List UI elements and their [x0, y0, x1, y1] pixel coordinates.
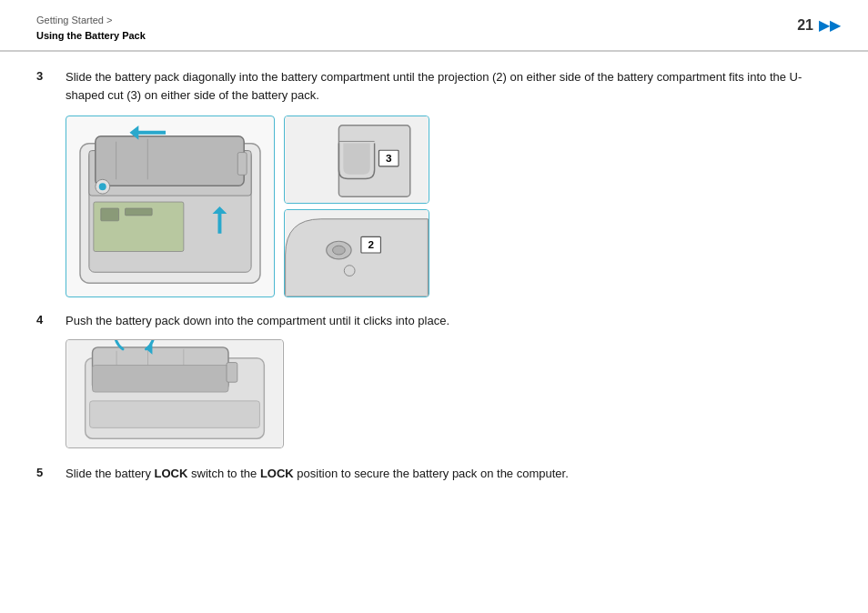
diagram-4 [66, 339, 284, 448]
step-4-number: 4 [36, 312, 51, 327]
step-3-body: Slide the battery pack diagonally into t… [66, 68, 832, 297]
page-header: Getting Started > Using the Battery Pack… [0, 0, 868, 52]
diagram-3-bottom: 2 [284, 209, 429, 297]
svg-text:3: 3 [386, 152, 392, 164]
step-4-text: Push the battery pack down into the comp… [66, 312, 832, 330]
step-3-text: Slide the battery pack diagonally into t… [66, 68, 832, 105]
step-5-text-before: Slide the battery [66, 467, 155, 480]
svg-rect-8 [126, 208, 153, 216]
diagram-3-right: 3 [284, 116, 429, 297]
step-5-bold2: LOCK [260, 467, 294, 480]
page-arrow-icon: ▶▶ [819, 16, 841, 34]
svg-rect-13 [237, 153, 247, 176]
diagram-3-top-svg: 3 [285, 116, 429, 203]
svg-rect-33 [227, 363, 237, 383]
svg-point-20 [333, 246, 346, 255]
step-5: 5 Slide the battery LOCK switch to the L… [36, 465, 832, 483]
step-5-text-after: position to secure the battery pack on t… [294, 467, 569, 480]
breadcrumb-current: Using the Battery Pack [36, 28, 146, 44]
svg-rect-30 [93, 366, 228, 393]
svg-rect-31 [90, 401, 260, 428]
main-content: 3 Slide the battery pack diagonally into… [0, 52, 868, 507]
svg-rect-3 [96, 136, 244, 186]
diagram-4-svg [66, 340, 283, 447]
page-number: 21 [797, 17, 813, 34]
step-5-bold1: LOCK [155, 467, 188, 480]
diagram-3-bottom-svg: 2 [285, 210, 429, 296]
step-3-number: 3 [36, 68, 51, 83]
step-5-text: Slide the battery LOCK switch to the LOC… [66, 465, 832, 483]
diagram-3-main-svg [66, 116, 274, 296]
step-5-body: Slide the battery LOCK switch to the LOC… [66, 465, 832, 483]
step-5-text-middle: switch to the [187, 467, 259, 480]
step-5-number: 5 [36, 465, 51, 479]
svg-point-12 [99, 184, 106, 191]
step-3-figures: 3 [66, 116, 832, 297]
breadcrumb: Getting Started > Using the Battery Pack [36, 13, 146, 43]
step-3: 3 Slide the battery pack diagonally into… [36, 68, 832, 297]
breadcrumb-parent: Getting Started > [36, 13, 146, 28]
step-4: 4 Push the battery pack down into the co… [36, 312, 832, 448]
diagram-3-main [66, 116, 275, 297]
step-4-body: Push the battery pack down into the comp… [66, 312, 832, 448]
page-number-area: 21 ▶▶ [797, 13, 841, 34]
diagram-3-top: 3 [284, 116, 429, 204]
svg-text:2: 2 [368, 238, 374, 250]
svg-rect-7 [101, 208, 119, 221]
